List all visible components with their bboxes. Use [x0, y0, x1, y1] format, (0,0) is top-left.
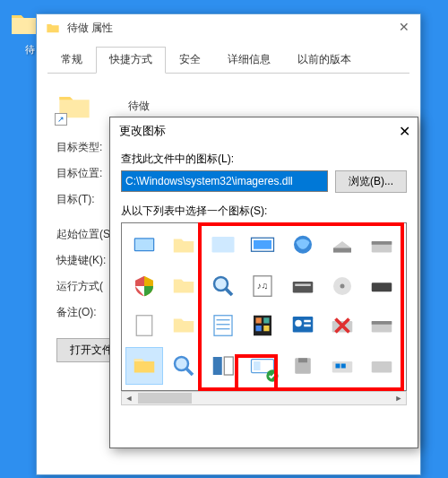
label-hotkey: 快捷键(K): — [56, 253, 117, 268]
icon-cell[interactable] — [244, 227, 281, 265]
svg-rect-25 — [264, 317, 270, 323]
svg-rect-4 — [254, 240, 271, 249]
dialog-close-icon[interactable]: ✕ — [399, 123, 410, 140]
icon-list-container: ♪♫ — [121, 222, 407, 405]
tab-details[interactable]: 详细信息 — [214, 47, 284, 73]
icon-grid[interactable]: ♪♫ — [121, 222, 407, 391]
svg-rect-17 — [372, 282, 392, 291]
dialog-titlebar: 更改图标 ✕ — [110, 117, 418, 144]
icon-cell[interactable] — [204, 307, 242, 344]
icon-cell[interactable] — [363, 307, 401, 344]
scroll-thumb[interactable] — [138, 393, 192, 404]
icon-cell[interactable] — [284, 307, 322, 344]
shortcut-name: 待做 — [128, 99, 150, 114]
dialog-title: 更改图标 — [119, 123, 409, 139]
icon-cell[interactable] — [165, 227, 202, 265]
svg-rect-40 — [254, 361, 261, 370]
svg-rect-34 — [372, 321, 392, 325]
shortcut-folder-icon: ↗ — [56, 88, 92, 124]
icon-path-input[interactable] — [121, 170, 328, 192]
svg-rect-37 — [213, 357, 222, 375]
icon-cell[interactable] — [284, 267, 322, 305]
label-target-type: 目标类型: — [56, 140, 117, 155]
titlebar-folder-icon — [46, 21, 60, 35]
icon-cell[interactable] — [165, 307, 202, 344]
svg-rect-27 — [264, 326, 270, 331]
svg-rect-1 — [135, 239, 153, 251]
svg-rect-47 — [372, 361, 392, 373]
scroll-right-arrow-icon[interactable]: ► — [392, 392, 406, 404]
svg-text:♪♫: ♪♫ — [257, 280, 269, 290]
svg-rect-13 — [292, 282, 313, 293]
icon-cell[interactable] — [165, 347, 202, 385]
svg-line-10 — [226, 288, 233, 295]
svg-rect-43 — [298, 358, 307, 362]
icon-cell[interactable] — [363, 227, 401, 265]
svg-rect-19 — [214, 316, 232, 336]
svg-rect-18 — [136, 316, 152, 336]
icon-cell[interactable] — [323, 227, 361, 265]
label-run: 运行方式( — [56, 279, 117, 294]
svg-rect-30 — [304, 320, 311, 323]
icon-cell-selected[interactable] — [125, 347, 163, 385]
tab-strip: 常规 快捷方式 安全 详细信息 以前的版本 — [47, 47, 409, 74]
svg-rect-26 — [256, 326, 262, 331]
icon-cell[interactable] — [323, 307, 361, 344]
svg-rect-14 — [295, 283, 311, 286]
label-comment: 备注(O): — [56, 305, 117, 320]
icon-cell[interactable] — [125, 227, 163, 265]
icon-cell[interactable] — [204, 267, 242, 305]
tab-previous[interactable]: 以前的版本 — [284, 47, 365, 73]
icon-cell[interactable] — [204, 347, 242, 385]
svg-point-29 — [295, 320, 302, 327]
icon-cell[interactable] — [363, 347, 401, 385]
tab-general[interactable]: 常规 — [47, 47, 96, 73]
scroll-left-arrow-icon[interactable]: ◄ — [122, 392, 136, 404]
icon-cell[interactable] — [125, 307, 163, 344]
icon-cell[interactable] — [323, 267, 361, 305]
svg-line-36 — [186, 368, 194, 375]
icon-cell[interactable] — [284, 227, 322, 265]
icon-cell[interactable] — [244, 347, 281, 385]
icon-cell[interactable] — [244, 307, 281, 344]
label-target-location: 目标位置: — [56, 166, 117, 181]
change-icon-dialog: 更改图标 ✕ 查找此文件中的图标(L): 浏览(B)... 从以下列表中选择一个… — [109, 117, 418, 448]
browse-button[interactable]: 浏览(B)... — [335, 170, 407, 193]
tab-shortcut[interactable]: 快捷方式 — [96, 47, 166, 74]
close-icon[interactable]: ✕ — [397, 20, 411, 34]
desktop-icon-label: 待 — [25, 43, 35, 56]
label-start-in: 起始位置(S — [56, 227, 117, 242]
icon-cell[interactable] — [125, 267, 163, 305]
shortcut-arrow-icon: ↗ — [55, 113, 67, 126]
icon-cell[interactable] — [165, 267, 202, 305]
icon-cell[interactable] — [363, 267, 401, 305]
svg-rect-8 — [372, 241, 392, 245]
tab-security[interactable]: 安全 — [166, 47, 214, 73]
svg-rect-31 — [304, 325, 311, 327]
icon-cell[interactable] — [204, 227, 242, 265]
svg-point-16 — [340, 283, 344, 288]
icon-cell[interactable] — [284, 347, 322, 385]
properties-title: 待做 属性 — [67, 21, 411, 36]
lookfor-label: 查找此文件中的图标(L): — [121, 152, 407, 167]
svg-rect-46 — [340, 363, 345, 368]
horizontal-scrollbar[interactable]: ◄ ► — [121, 391, 407, 405]
svg-rect-45 — [335, 363, 340, 368]
svg-rect-6 — [333, 248, 351, 253]
select-icon-label: 从以下列表中选择一个图标(S): — [121, 204, 407, 219]
svg-rect-24 — [256, 317, 262, 323]
label-target: 目标(T): — [56, 192, 117, 207]
properties-titlebar: 待做 属性 ✕ — [37, 14, 420, 41]
svg-rect-2 — [212, 237, 235, 253]
svg-rect-38 — [225, 357, 234, 375]
icon-cell[interactable] — [323, 347, 361, 385]
icon-cell[interactable]: ♪♫ — [244, 267, 281, 305]
